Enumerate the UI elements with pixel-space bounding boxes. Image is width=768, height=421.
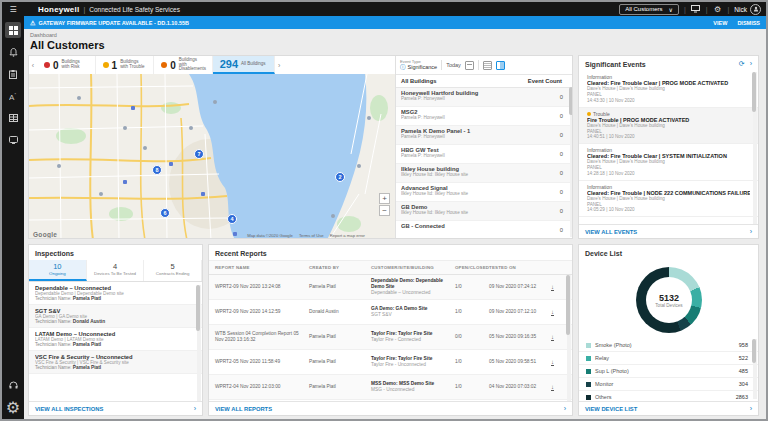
building-row[interactable]: GB Demo Ilkley House ltd: Ilkley House s… — [396, 202, 573, 221]
alert-view-button[interactable]: VIEW — [713, 20, 727, 26]
settings-gear-icon[interactable]: ⚙ — [713, 4, 723, 14]
sidebar-item-notifications[interactable] — [5, 44, 21, 60]
map-marker[interactable]: 6 — [160, 208, 170, 218]
alert-dismiss-button[interactable]: DISMISS — [737, 20, 760, 26]
view-all-events-link[interactable]: VIEW ALL EVENTS — [585, 229, 637, 235]
stat-buildings-with-trouble[interactable]: 1 Buildings with Trouble — [96, 56, 155, 74]
event-item[interactable]: Information Cleared: Fire Trouble | NODE… — [579, 181, 758, 218]
stats-prev-arrow[interactable]: ‹ — [29, 62, 37, 69]
legend-item[interactable]: Sup L (Photo) 485 — [579, 365, 758, 378]
trouble-dot-icon — [103, 62, 109, 68]
download-icon[interactable]: ↓ — [551, 359, 554, 366]
chevron-right-icon[interactable]: › — [194, 405, 196, 412]
map-marker[interactable]: 4 — [227, 214, 237, 224]
download-icon[interactable]: ↓ — [551, 284, 554, 291]
map-marker[interactable]: 7 — [194, 149, 204, 159]
report-row[interactable]: WTB Session 04 Completion Report 05 Nov … — [209, 325, 572, 350]
map-marker[interactable]: 2 — [335, 172, 345, 182]
building-row[interactable]: Advanced Signal Ilkley House ltd: Ilkley… — [396, 183, 573, 202]
building-row[interactable]: Ilkley House building Ilkley House ltd: … — [396, 164, 573, 183]
hamburger-menu-icon[interactable]: ☰ — [2, 5, 24, 14]
view-all-reports-link[interactable]: VIEW ALL REPORTS — [215, 406, 272, 412]
report-row[interactable]: WPRT2-05 Nov 2020 11:58:49 Pamela Piatl … — [209, 350, 572, 375]
buildings-list-section: Event Type ⓘ Significance Today All Buil… — [395, 56, 573, 239]
inspection-item[interactable]: Dependable – Unconnected Dependable Demo… — [29, 282, 202, 305]
chevron-right-icon[interactable]: › — [564, 405, 566, 412]
stat-buildings-with-disablements[interactable]: 0 Buildings with Disablements — [154, 56, 213, 74]
legend-item[interactable]: Relay 522 — [579, 352, 758, 365]
building-site: Ilkley House ltd: Ilkley House site — [401, 172, 551, 177]
list-view-toggle-icon[interactable] — [483, 61, 492, 70]
building-row[interactable]: HBG GW Test Pamela P: Honeywell 0 — [396, 145, 573, 164]
sidebar-item-reports[interactable] — [5, 110, 21, 126]
scrollbar[interactable] — [197, 285, 201, 401]
sidebar-item-events[interactable]: A* — [5, 88, 21, 104]
map-terms-link[interactable]: Terms of Use — [299, 233, 324, 238]
view-device-list-link[interactable]: VIEW DEVICE LIST — [585, 406, 637, 412]
col-open-closed[interactable]: OPEN/CLOSED — [449, 265, 483, 270]
inspection-item[interactable]: VSC Fire & Security – Unconnected VSC Fi… — [29, 351, 202, 374]
calendar-icon[interactable] — [465, 61, 474, 70]
col-tested-on[interactable]: TESTED ON — [483, 265, 545, 270]
date-filter[interactable]: Today — [446, 62, 461, 68]
download-icon[interactable]: ↓ — [551, 309, 554, 316]
stat-count: 0 — [170, 60, 176, 71]
report-row[interactable]: WPRT2-09 Nov 2020 13:24:08 Pamela Piatl … — [209, 275, 572, 300]
zoom-out-button[interactable]: − — [379, 205, 390, 216]
building-row[interactable]: MSG2 Pamela P: Honeywell 0 — [396, 107, 573, 126]
donut-center: 5132 Total Devices — [646, 277, 692, 323]
col-created-by[interactable]: CREATED BY — [303, 265, 365, 270]
scrollbar[interactable] — [753, 72, 757, 224]
report-row[interactable]: WPRT2-09 Nov 2020 14:12:59 Donald Austin… — [209, 300, 572, 325]
stat-buildings-with-risk[interactable]: 0 Buildings with Risk — [37, 56, 96, 74]
event-type-filter[interactable]: Event Type ⓘ Significance — [400, 60, 437, 71]
sidebar-item-support[interactable] — [5, 377, 21, 393]
tab-devices-to-be-tested[interactable]: 4 Devices To Be Tested — [87, 260, 145, 281]
chevron-right-icon[interactable]: › — [750, 60, 752, 68]
scrollbar[interactable] — [570, 87, 573, 237]
map[interactable]: 78642 Google Map data ©2020 Google Terms… — [29, 74, 395, 239]
report-site: MSS Demo: MSS Demo SiteMSG - Unconnected — [365, 379, 449, 395]
map-marker[interactable]: 8 — [152, 165, 162, 175]
google-logo[interactable]: Google — [33, 231, 57, 238]
report-row[interactable]: WPRT2-04 Nov 2020 12:03:00 Pamela Piatl … — [209, 375, 572, 400]
chevron-right-icon[interactable]: › — [750, 228, 752, 235]
legend-item[interactable]: Smoke (Photo) 958 — [579, 339, 758, 352]
customer-selector[interactable]: All Customers ∨ — [619, 4, 679, 15]
event-item[interactable]: Trouble Fire Trouble | PROG MODE ACTIVAT… — [579, 108, 758, 145]
map-view-toggle-icon[interactable] — [496, 61, 505, 70]
zoom-in-button[interactable]: + — [379, 193, 390, 204]
building-row[interactable]: Honeywell Hartford building Pamela P: Ho… — [396, 88, 573, 107]
event-type-value: Significance — [408, 64, 438, 70]
chevron-right-icon[interactable]: › — [750, 405, 752, 412]
building-row[interactable]: Pamela K Demo Panel - 1 Pamela P: Honeyw… — [396, 126, 573, 145]
legend-swatch — [586, 356, 591, 361]
col-customer-site-building[interactable]: CUSTOMER/SITE/BUILDING — [365, 265, 449, 270]
sidebar-item-inspections[interactable] — [5, 66, 21, 82]
refresh-icon[interactable]: ⟳ — [739, 60, 745, 68]
legend-item[interactable]: Monitor 304 — [579, 378, 758, 391]
download-icon[interactable]: ↓ — [551, 334, 554, 341]
event-item[interactable]: Information Cleared: Fire Trouble Clear … — [579, 71, 758, 108]
stat-all-buildings[interactable]: 294 All Buildings — [213, 56, 275, 74]
view-all-inspections-link[interactable]: VIEW ALL INSPECTIONS — [35, 406, 103, 412]
warning-icon: ⚠ — [30, 19, 35, 26]
tab-contracts-ending[interactable]: 5 Contracts Ending — [144, 260, 202, 281]
col-report-name[interactable]: REPORT NAME — [209, 265, 303, 270]
user-menu[interactable]: Nick — [734, 4, 761, 15]
scrollbar[interactable] — [753, 339, 757, 399]
inspection-item[interactable]: SGT S&V GA Demo | GA Demo site Technicia… — [29, 305, 202, 328]
scrollbar[interactable] — [567, 275, 571, 401]
sidebar-item-dashboard[interactable] — [5, 22, 21, 38]
display-icon[interactable] — [691, 4, 701, 14]
tab-ongoing[interactable]: 10 Ongoing — [29, 260, 87, 281]
breadcrumb[interactable]: Dashboard — [30, 32, 57, 38]
download-icon[interactable]: ↓ — [551, 384, 554, 391]
stats-next-arrow[interactable]: › — [275, 62, 283, 69]
sidebar-item-settings[interactable]: ⚙ — [5, 399, 21, 415]
inspection-item[interactable]: LATAM Demo – Unconnected LATAM Demo | LA… — [29, 328, 202, 351]
map-report-error-link[interactable]: Report a map error — [330, 233, 365, 238]
event-item[interactable]: Information Cleared: Fire Trouble Clear … — [579, 144, 758, 181]
sidebar-item-devices[interactable] — [5, 132, 21, 148]
building-row[interactable]: GB - Connected 0 — [396, 221, 573, 239]
